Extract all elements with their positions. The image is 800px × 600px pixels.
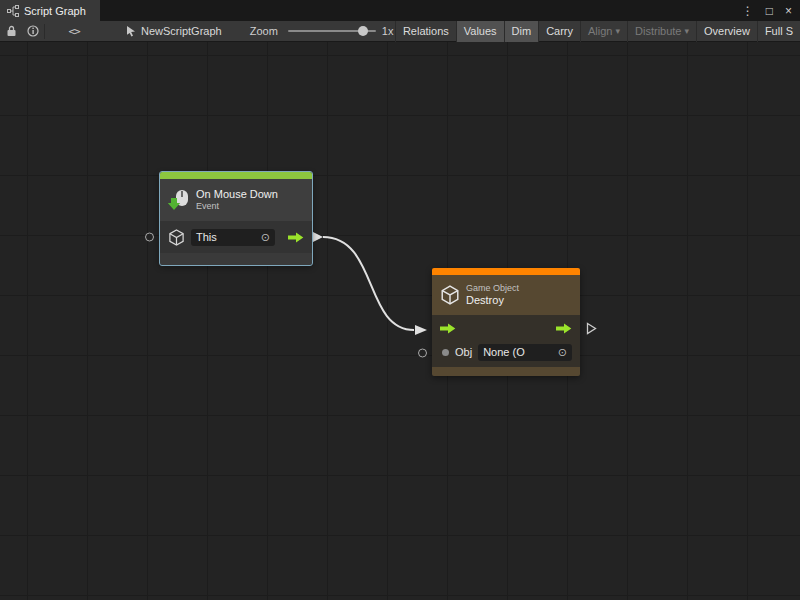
node-on-mouse-down[interactable]: On Mouse Down Event This ⊙	[160, 172, 312, 265]
obj-picker-icon: ⊙	[558, 346, 567, 359]
trigger-output-port[interactable]	[288, 232, 304, 243]
tab-script-graph[interactable]: Script Graph	[0, 0, 100, 21]
graph-breadcrumb[interactable]: NewScriptGraph	[125, 25, 222, 37]
obj-value-dot	[442, 349, 449, 356]
obj-input-port[interactable]	[418, 348, 427, 357]
node-destroy[interactable]: Game Object Destroy	[432, 268, 580, 376]
obj-value-label: None (O	[483, 346, 525, 358]
obj-row: Obj None (O ⊙	[432, 341, 580, 367]
event-accent-bar	[160, 172, 312, 179]
target-value-dropdown[interactable]: This ⊙	[191, 229, 275, 246]
relations-label: Relations	[403, 25, 449, 37]
node-body: Obj None (O ⊙	[432, 315, 580, 367]
graph-name-label: NewScriptGraph	[141, 25, 222, 37]
carry-button[interactable]: Carry	[538, 21, 580, 42]
cube-icon	[168, 229, 185, 246]
fullscreen-button[interactable]: Full S	[757, 21, 800, 42]
target-input-port[interactable]	[145, 233, 154, 242]
close-icon[interactable]: ×	[781, 4, 796, 18]
graph-canvas[interactable]: On Mouse Down Event This ⊙	[0, 42, 800, 600]
window-controls: ⋮ □ ×	[738, 0, 800, 21]
graph-toolbar: <> NewScriptGraph Zoom 1x Relations Valu…	[0, 21, 800, 42]
zoom-slider-knob[interactable]	[358, 26, 368, 36]
chevron-down-icon: ▾	[685, 26, 690, 36]
relations-button[interactable]: Relations	[395, 21, 456, 42]
code-view-icon[interactable]: <>	[63, 21, 85, 42]
code-glyph: <>	[68, 25, 79, 38]
zoom-slider[interactable]	[288, 30, 376, 32]
zoom-value: 1x	[382, 25, 394, 37]
connections-layer	[0, 42, 800, 600]
node-title: Destroy	[466, 294, 519, 308]
node-footer	[160, 253, 312, 265]
target-value-label: This	[196, 231, 217, 243]
node-body: This ⊙	[160, 221, 312, 253]
dim-label: Dim	[512, 25, 532, 37]
values-label: Values	[464, 25, 497, 37]
node-header: On Mouse Down Event	[160, 179, 312, 221]
chevron-down-icon: ▾	[616, 26, 621, 36]
align-label: Align	[588, 25, 612, 37]
wire-start-arrow-icon	[313, 232, 323, 242]
carry-label: Carry	[546, 25, 573, 37]
overview-button[interactable]: Overview	[696, 21, 757, 42]
toolbar-button-group: Relations Values Dim Carry Align ▾ Distr…	[395, 21, 800, 42]
graph-asset-icon	[125, 25, 137, 37]
wire-end-arrow-icon	[415, 325, 427, 335]
target-picker-icon: ⊙	[261, 231, 270, 244]
fullscreen-label: Full S	[765, 25, 793, 37]
graph-icon	[7, 5, 19, 17]
tab-title: Script Graph	[24, 5, 86, 17]
distribute-button: Distribute ▾	[627, 21, 696, 42]
toolbar-separator	[44, 24, 45, 39]
lock-icon[interactable]	[0, 21, 22, 42]
mouse-down-icon	[168, 189, 190, 211]
node-title: On Mouse Down	[196, 188, 278, 202]
flow-input-port[interactable]	[440, 323, 456, 334]
flow-output-port[interactable]	[556, 323, 572, 334]
maximize-icon[interactable]: □	[762, 4, 777, 18]
info-icon[interactable]	[22, 21, 44, 42]
node-subtitle: Event	[196, 201, 278, 212]
zoom-label: Zoom	[250, 25, 278, 37]
obj-value-field[interactable]: None (O ⊙	[478, 344, 572, 361]
node-footer	[432, 367, 580, 376]
menu-icon[interactable]: ⋮	[738, 4, 758, 18]
overview-label: Overview	[704, 25, 750, 37]
cube-icon	[440, 285, 460, 305]
obj-label: Obj	[455, 346, 472, 358]
dim-button[interactable]: Dim	[504, 21, 539, 42]
align-button: Align ▾	[580, 21, 627, 42]
node-header: Game Object Destroy	[432, 275, 580, 315]
flow-row	[432, 315, 580, 341]
distribute-label: Distribute	[635, 25, 681, 37]
flow-continuation-icon[interactable]	[586, 322, 597, 335]
tab-bar: Script Graph ⋮ □ ×	[0, 0, 800, 21]
destroy-accent-bar	[432, 268, 580, 275]
values-button[interactable]: Values	[456, 21, 504, 42]
connection-wire[interactable]	[323, 237, 414, 330]
node-category: Game Object	[466, 283, 519, 294]
